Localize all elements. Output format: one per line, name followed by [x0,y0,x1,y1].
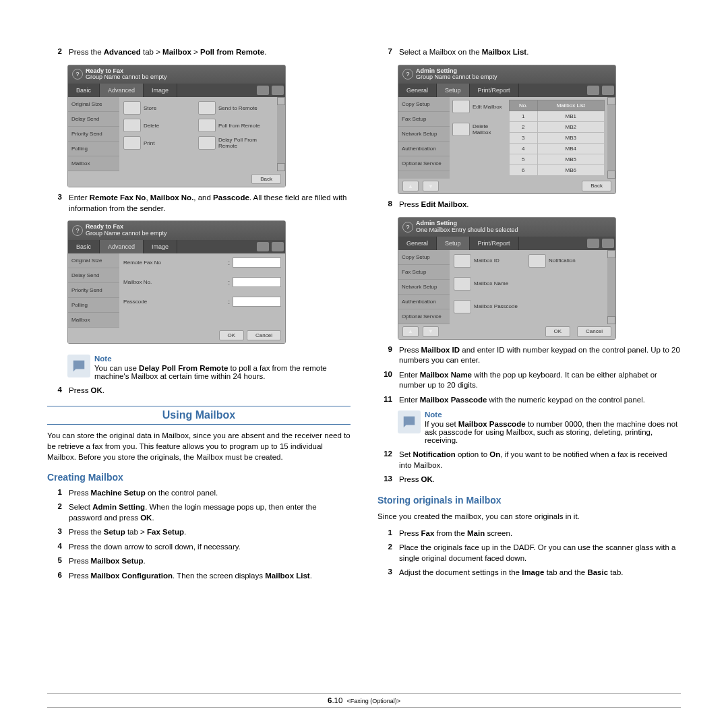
scrollbar[interactable] [277,97,285,171]
delete-mailbox-button[interactable] [452,123,470,136]
cancel-button[interactable]: Cancel [247,330,281,340]
screenshot-edit-mailbox: ?Admin SettingOne Mailbox Entry should b… [398,217,616,340]
note-icon [67,355,90,377]
back-button[interactable]: Back [251,174,281,184]
step-8: Press Edit Mailbox. [399,200,681,210]
mailbox-no-label: Mailbox No. [123,279,228,285]
side-priority-send[interactable]: Priority Send [68,127,119,142]
ok-button[interactable]: OK [219,330,245,340]
create-step-2: Select Admin Setting. When the login mes… [69,502,351,523]
step-10: Enter Mailbox Name with the pop up keybo… [399,370,681,391]
create-step-5: Press Mailbox Setup. [69,556,351,567]
side-mailbox[interactable]: Mailbox [68,156,119,171]
delete-button[interactable] [123,119,141,132]
remote-fax-label: Remote Fax No [123,260,228,266]
table-row: 3MB3 [510,133,605,144]
back-button[interactable]: Back [582,181,611,191]
mailbox-passcode-button[interactable] [454,300,471,313]
remote-fax-input[interactable] [233,257,281,268]
step-3: Enter Remote Fax No, Mailbox No., and Pa… [69,193,351,214]
create-step-1: Press Machine Setup on the control panel… [69,488,351,499]
send-remote-button[interactable] [198,101,216,115]
side-polling[interactable]: Polling [68,142,119,156]
step-2: Press the Advanced tab > Mailbox > Poll … [69,47,351,58]
step-9: Press Mailbox ID and enter ID with numbe… [399,345,681,366]
down-arrow-icon[interactable]: ▼ [423,181,439,191]
subsection-storing-originals: Storing originals in Mailbox [377,495,681,506]
up-arrow-icon[interactable]: ▲ [402,181,419,191]
note-delay-poll: NoteYou can use Delay Poll From Remote t… [67,355,351,380]
subsection-creating-mailbox: Creating Mailbox [47,472,351,483]
step-12: Set Notification option to On, if you wa… [399,450,681,471]
lock-icon[interactable] [272,86,284,95]
step-13: Press OK. [399,475,681,485]
screenshot-mailbox-list: ?Admin SettingGroup Name cannot be empty… [398,65,616,195]
step-7: Select a Mailbox on the Mailbox List. [399,47,681,58]
table-row: 5MB5 [510,154,605,165]
tab-advanced[interactable]: Advanced [100,84,144,97]
cancel-button[interactable]: Cancel [577,326,611,337]
create-step-6: Press Mailbox Configuration. Then the sc… [69,571,351,582]
mailbox-no-input[interactable] [233,277,281,287]
step-num: 4 [47,386,69,396]
tab-basic[interactable]: Basic [68,84,100,97]
step-4: Press OK. [69,386,351,396]
table-row: 2MB2 [510,122,605,133]
step-num: 2 [47,47,69,58]
mailbox-table[interactable]: No.Mailbox List 1MB1 2MB2 3MB3 4MB4 5MB5… [509,100,605,176]
note-passcode: NoteIf you set Mailbox Passcode to numbe… [398,411,681,444]
store-button[interactable] [123,101,141,115]
print-button[interactable] [123,136,141,150]
tab-image[interactable]: Image [144,84,177,97]
delay-poll-button[interactable] [198,136,216,150]
mailbox-name-button[interactable] [454,277,471,291]
store-step-2: Place the originals face up in the DADF.… [399,543,681,564]
step-num: 3 [47,193,69,214]
step-11: Enter Mailbox Passcode with the numeric … [399,395,681,406]
store-step-1: Press Fax from the Main screen. [399,528,681,539]
ok-button[interactable]: OK [545,326,571,337]
help-icon: ? [72,225,83,236]
mailbox-id-button[interactable] [454,254,471,268]
mailbox-intro: You can store the original data in Mailb… [47,430,351,462]
page-footer: 6.10<Faxing (Optional)> [47,693,681,708]
side-delay-send[interactable]: Delay Send [68,112,119,127]
screenshot-advanced-mailbox: ?Ready to FaxGroup Name cannot be empty … [67,65,286,188]
note-icon [398,411,421,433]
passcode-input[interactable] [233,297,281,307]
storing-intro: Since you created the mailbox, you can s… [377,511,681,522]
screenshot-remote-fields: ?Ready to FaxGroup Name cannot be empty … [67,220,286,344]
edit-mailbox-button[interactable] [452,100,470,113]
store-step-3: Adjust the document settings in the Imag… [399,568,681,578]
passcode-label: Passcode [123,299,228,305]
create-step-4: Press the down arrow to scroll down, if … [69,542,351,553]
sidebar: Original SizeDelay SendPriority SendPoll… [68,97,119,171]
section-title-using-mailbox: Using Mailbox [47,409,351,421]
help-icon: ? [72,69,83,80]
notification-button[interactable] [528,254,546,268]
create-step-3: Press the Setup tab > Fax Setup. [69,527,351,538]
table-row: 6MB6 [510,165,605,176]
table-row: 4MB4 [510,144,605,154]
side-original-size[interactable]: Original Size [68,97,119,112]
poll-remote-button[interactable] [198,119,216,132]
login-icon[interactable] [257,86,269,95]
table-row: 1MB1 [510,111,605,122]
